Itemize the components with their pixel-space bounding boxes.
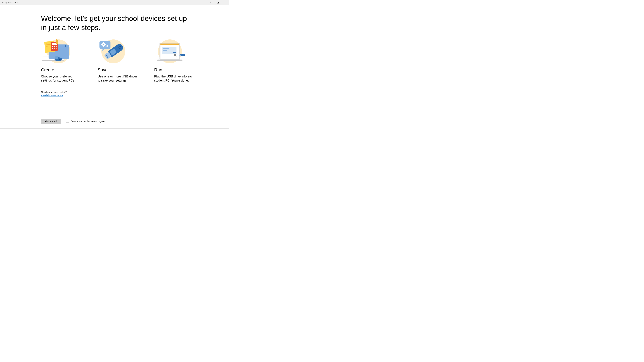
page-headline: Welcome, let's get your school devices s… bbox=[41, 14, 188, 32]
svg-point-21 bbox=[56, 48, 56, 49]
dont-show-label: Don't show me this screen again bbox=[70, 120, 104, 122]
svg-rect-15 bbox=[52, 43, 57, 45]
svg-rect-51 bbox=[163, 48, 169, 49]
step-run: Run Plug the USB drive into each student… bbox=[154, 39, 195, 82]
read-documentation-link[interactable]: Read documentation bbox=[41, 94, 63, 97]
step-title: Run bbox=[154, 68, 195, 72]
step-title: Save bbox=[98, 68, 138, 72]
step-save: Save Use one or more USB drives to save … bbox=[98, 39, 138, 82]
svg-point-58 bbox=[184, 55, 184, 56]
get-started-button[interactable]: Get started bbox=[41, 118, 61, 124]
app-window: Set up School PCs Welcome, let's get you… bbox=[0, 0, 229, 129]
maximize-icon[interactable] bbox=[214, 0, 222, 5]
window-controls bbox=[207, 0, 229, 5]
svg-rect-39 bbox=[105, 44, 106, 45]
svg-rect-36 bbox=[103, 42, 104, 43]
svg-point-17 bbox=[54, 46, 55, 47]
steps-row: Create Choose your preferred settings fo… bbox=[41, 39, 188, 82]
create-illustration-icon bbox=[41, 39, 72, 64]
svg-point-35 bbox=[103, 44, 104, 45]
help-prompt: Need some more detail? bbox=[41, 90, 188, 94]
svg-point-18 bbox=[56, 46, 56, 47]
run-illustration-icon bbox=[154, 39, 186, 64]
svg-rect-38 bbox=[101, 44, 102, 45]
svg-rect-53 bbox=[173, 52, 176, 53]
svg-rect-54 bbox=[157, 60, 182, 61]
svg-rect-52 bbox=[163, 50, 167, 50]
step-create: Create Choose your preferred settings fo… bbox=[41, 39, 82, 82]
step-desc: Choose your preferred settings for stude… bbox=[41, 74, 82, 82]
step-desc: Plug the USB drive into each student PC.… bbox=[154, 74, 195, 82]
step-desc: Use one or more USB drives to save your … bbox=[98, 74, 138, 82]
step-title: Create bbox=[41, 68, 82, 72]
titlebar: Set up School PCs bbox=[0, 0, 229, 5]
svg-point-16 bbox=[52, 46, 53, 47]
help-section: Need some more detail? Read documentatio… bbox=[41, 90, 188, 97]
svg-rect-23 bbox=[57, 40, 58, 44]
minimize-icon[interactable] bbox=[207, 0, 214, 5]
dont-show-checkbox-row[interactable]: Don't show me this screen again bbox=[66, 120, 104, 123]
footer-bar: Get started Don't show me this screen ag… bbox=[41, 118, 188, 124]
svg-rect-25 bbox=[55, 56, 58, 58]
svg-point-20 bbox=[54, 48, 55, 49]
svg-rect-49 bbox=[160, 44, 179, 46]
close-icon[interactable] bbox=[222, 0, 229, 5]
svg-rect-37 bbox=[103, 46, 104, 47]
svg-point-9 bbox=[64, 45, 66, 47]
checkbox-icon[interactable] bbox=[66, 120, 69, 123]
svg-point-45 bbox=[107, 46, 108, 46]
svg-rect-57 bbox=[179, 55, 180, 56]
svg-rect-1 bbox=[217, 2, 218, 4]
save-illustration-icon bbox=[98, 39, 129, 64]
svg-point-19 bbox=[52, 48, 53, 49]
content-area: Welcome, let's get your school devices s… bbox=[0, 5, 229, 128]
window-title: Set up School PCs bbox=[2, 2, 207, 4]
svg-rect-22 bbox=[56, 40, 57, 44]
svg-point-26 bbox=[59, 59, 60, 60]
